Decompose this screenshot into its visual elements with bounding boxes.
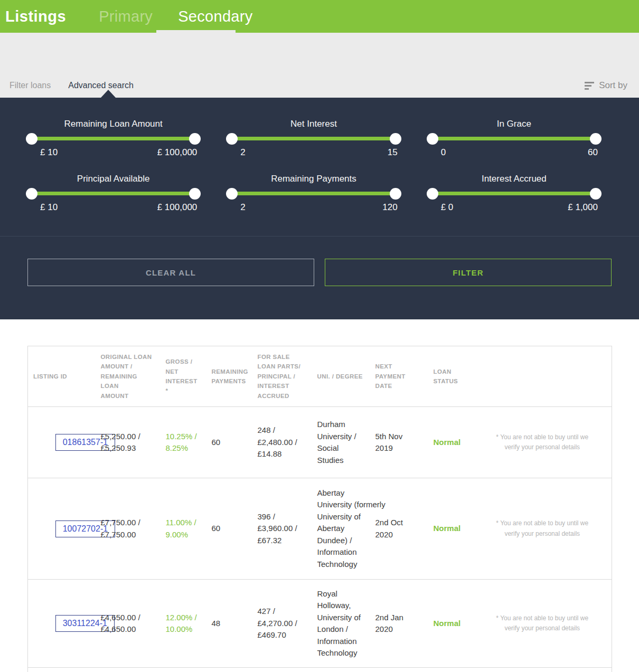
listing-id-cell: 30311224-1 xyxy=(28,580,96,668)
for-sale-cell: 427 / £4,270.00 / £469.70 xyxy=(252,580,312,668)
slider-handle-max[interactable] xyxy=(189,133,201,145)
col-listing-id: LISTING ID xyxy=(28,346,96,407)
slider-track[interactable] xyxy=(433,137,596,140)
sort-by-button[interactable]: Sort by xyxy=(585,80,627,91)
table-row: 30311224-1 £4,650.00 / £4,650.00 12.00% … xyxy=(28,580,612,668)
slider-label: Principal Available xyxy=(30,174,197,184)
slider-handle-min[interactable] xyxy=(26,188,37,200)
loan-status-badge: Normal xyxy=(428,478,473,580)
slider-label: Net Interest xyxy=(230,119,397,129)
slider-max-value: £ 1,000 xyxy=(568,202,598,213)
slider-label: Interest Accrued xyxy=(430,174,598,184)
slider-max-value: 120 xyxy=(382,202,397,213)
slider-interest-accrued: Interest Accrued £ 0 £ 1,000 xyxy=(430,174,598,213)
slider-track[interactable] xyxy=(433,192,596,195)
slider-in-grace: In Grace 0 60 xyxy=(430,119,598,158)
slider-handle-max[interactable] xyxy=(590,188,602,200)
slider-handle-min[interactable] xyxy=(226,133,238,145)
col-gross-net-interest: GROSS / NET INTEREST * xyxy=(161,346,206,407)
slider-max-value: 15 xyxy=(388,147,398,158)
slider-label: Remaining Loan Amount xyxy=(30,119,197,129)
tab-primary[interactable]: Primary xyxy=(99,8,153,25)
subtab-filter-loans[interactable]: Filter loans xyxy=(10,81,51,90)
loan-status-badge: Normal xyxy=(428,580,473,668)
listings-table: LISTING ID ORIGINAL LOAN AMOUNT / REMAIN… xyxy=(27,346,612,672)
col-loan-status: LOAN STATUS xyxy=(428,346,473,407)
slider-handle-min[interactable] xyxy=(427,133,438,145)
uni-degree-cell: Abertay University (formerly University … xyxy=(312,478,370,580)
slider-min-value: £ 10 xyxy=(40,202,58,213)
uni-degree-cell: Durham University / Social Studies xyxy=(312,407,370,478)
slider-handle-min[interactable] xyxy=(226,188,238,200)
col-remaining-payments: REMAINING PAYMENTS xyxy=(206,346,252,407)
panel-divider xyxy=(0,236,639,236)
table-header-row: LISTING ID ORIGINAL LOAN AMOUNT / REMAIN… xyxy=(28,346,612,407)
slider-max-value: 60 xyxy=(588,147,598,158)
remaining-payments-cell: 48 xyxy=(206,580,252,668)
brand-listings: Listings xyxy=(5,8,66,25)
slider-label: Remaining Payments xyxy=(230,174,397,184)
verify-note: * You are not able to buy until we verif… xyxy=(473,580,612,668)
slider-min-value: 2 xyxy=(240,202,245,213)
slider-remaining-payments: Remaining Payments 2 120 xyxy=(230,174,397,213)
for-sale-cell: 396 / £3,960.00 / £67.32 xyxy=(252,478,312,580)
uni-degree-cell: Royal Holloway, University of London / I… xyxy=(312,580,370,668)
next-payment-cell: 5th Nov 2019 xyxy=(370,407,428,478)
slider-handle-max[interactable] xyxy=(590,133,602,145)
slider-max-value: £ 100,000 xyxy=(157,147,198,158)
slider-handle-min[interactable] xyxy=(427,188,438,200)
listing-id-cell: 01861357-1 xyxy=(28,407,96,478)
slider-handle-min[interactable] xyxy=(26,133,37,145)
filter-button[interactable]: FILTER xyxy=(325,259,612,286)
col-uni-degree: UNI. / DEGREE xyxy=(312,346,370,407)
next-payment-cell: 2nd Oct 2020 xyxy=(370,478,428,580)
slider-min-value: £ 10 xyxy=(40,147,58,158)
tab-secondary[interactable]: Secondary xyxy=(178,8,252,25)
slider-track[interactable] xyxy=(232,192,395,195)
table-row: 10072702-1 £7,750.00 / £7,750.00 11.00% … xyxy=(28,478,612,580)
amounts-cell: £5,250.00 / £5,250.93 xyxy=(96,407,161,478)
col-for-sale: FOR SALE LOAN PARTS/ PRINCIPAL / INTERES… xyxy=(252,346,312,407)
slider-min-value: 0 xyxy=(441,147,446,158)
subtab-advanced-search[interactable]: Advanced search xyxy=(68,81,134,90)
col-note xyxy=(473,346,612,407)
slider-principal-available: Principal Available £ 10 £ 100,000 xyxy=(30,174,197,213)
verify-note: * You are not able to buy until we verif… xyxy=(473,478,612,580)
table-row: 01861357-1 £5,250.00 / £5,250.93 10.25% … xyxy=(28,407,612,478)
slider-min-value: 2 xyxy=(240,147,245,158)
loan-status-badge: Normal xyxy=(428,407,473,478)
sort-lines-icon xyxy=(585,82,594,90)
listings-table-container: LISTING ID ORIGINAL LOAN AMOUNT / REMAIN… xyxy=(27,346,612,672)
slider-net-interest: Net Interest 2 15 xyxy=(230,119,397,158)
verify-note: * You are not able to buy until we verif… xyxy=(473,407,612,478)
col-next-payment-date: NEXT PAYMENT DATE xyxy=(370,346,428,407)
slider-track[interactable] xyxy=(32,137,195,140)
slider-min-value: £ 0 xyxy=(441,202,454,213)
interest-cell: 11.00% / 9.00% xyxy=(161,478,206,580)
advanced-search-caret xyxy=(101,90,116,98)
slider-max-value: £ 100,000 xyxy=(157,202,198,213)
clear-all-button[interactable]: CLEAR ALL xyxy=(27,259,314,286)
slider-handle-max[interactable] xyxy=(390,188,401,200)
slider-label: In Grace xyxy=(430,119,598,129)
slider-track[interactable] xyxy=(232,137,395,140)
remaining-payments-cell: 60 xyxy=(206,478,252,580)
sort-by-label: Sort by xyxy=(599,80,627,91)
interest-cell: 10.25% / 8.25% xyxy=(161,407,206,478)
for-sale-cell: 248 / £2,480.00 / £14.88 xyxy=(252,407,312,478)
next-payment-cell: 2nd Jan 2020 xyxy=(370,580,428,668)
top-nav: Listings Primary Secondary xyxy=(0,0,639,33)
slider-track[interactable] xyxy=(32,192,195,195)
remaining-payments-cell: 60 xyxy=(206,407,252,478)
slider-handle-max[interactable] xyxy=(189,188,201,200)
col-original-remaining-amount: ORIGINAL LOAN AMOUNT / REMAINING LOAN AM… xyxy=(96,346,161,407)
amounts-cell: £7,750.00 / £7,750.00 xyxy=(96,478,161,580)
slider-remaining-loan-amount: Remaining Loan Amount £ 10 £ 100,000 xyxy=(30,119,197,158)
advanced-search-panel: Remaining Loan Amount £ 10 £ 100,000 Net… xyxy=(0,98,639,319)
sub-nav: Filter loans Advanced search Sort by xyxy=(0,33,639,98)
table-row-clipped xyxy=(28,668,612,672)
amounts-cell: £4,650.00 / £4,650.00 xyxy=(96,580,161,668)
listing-id-cell: 10072702-1 xyxy=(28,478,96,580)
slider-handle-max[interactable] xyxy=(390,133,401,145)
interest-cell: 12.00% / 10.00% xyxy=(161,580,206,668)
